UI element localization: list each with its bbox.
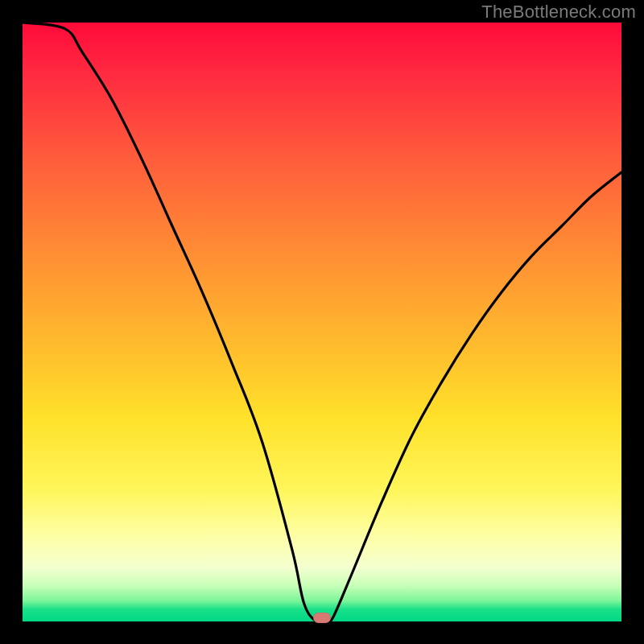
plot-area <box>23 23 621 621</box>
chart-frame: TheBottleneck.com <box>0 0 644 644</box>
minimum-marker <box>313 613 331 623</box>
bottleneck-curve <box>23 23 621 621</box>
watermark-text: TheBottleneck.com <box>481 2 636 23</box>
